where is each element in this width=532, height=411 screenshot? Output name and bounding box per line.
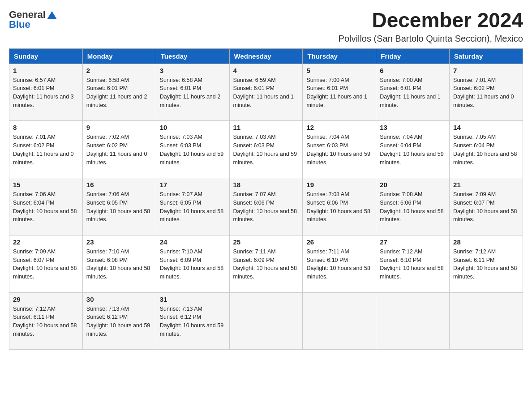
page-header: General Blue December 2024 Polvillos (Sa…: [9, 9, 523, 44]
calendar-cell: 20 Sunrise: 7:08 AM Sunset: 6:06 PM Dayl…: [376, 178, 450, 235]
location-title: Polvillos (San Bartolo Quinta Seccion), …: [339, 34, 523, 44]
calendar-week-row: 1 Sunrise: 6:57 AM Sunset: 6:01 PM Dayli…: [9, 64, 523, 121]
day-number: 23: [86, 238, 152, 246]
day-number: 21: [453, 181, 519, 188]
day-number: 4: [233, 67, 299, 74]
day-info: Sunrise: 6:57 AM Sunset: 6:01 PM Dayligh…: [13, 76, 79, 118]
day-header-saturday: Saturday: [450, 48, 523, 64]
day-info: Sunrise: 7:01 AM Sunset: 6:02 PM Dayligh…: [13, 133, 79, 175]
day-number: 5: [306, 67, 372, 74]
day-info: Sunrise: 7:04 AM Sunset: 6:03 PM Dayligh…: [306, 133, 372, 175]
day-number: 18: [233, 181, 299, 188]
day-info: Sunrise: 6:58 AM Sunset: 6:01 PM Dayligh…: [160, 76, 226, 118]
day-number: 1: [13, 67, 79, 74]
day-info: Sunrise: 7:09 AM Sunset: 6:07 PM Dayligh…: [13, 248, 79, 290]
calendar-cell: 4 Sunrise: 6:59 AM Sunset: 6:01 PM Dayli…: [229, 64, 303, 121]
day-info: Sunrise: 7:10 AM Sunset: 6:09 PM Dayligh…: [160, 248, 226, 290]
calendar-cell: 26 Sunrise: 7:11 AM Sunset: 6:10 PM Dayl…: [303, 235, 376, 292]
calendar-cell: 14 Sunrise: 7:05 AM Sunset: 6:04 PM Dayl…: [450, 121, 523, 178]
calendar-cell: 10 Sunrise: 7:03 AM Sunset: 6:03 PM Dayl…: [156, 121, 229, 178]
day-number: 25: [233, 238, 299, 246]
logo-blue-text: Blue: [9, 19, 30, 30]
day-info: Sunrise: 7:06 AM Sunset: 6:05 PM Dayligh…: [86, 190, 152, 232]
day-info: Sunrise: 7:03 AM Sunset: 6:03 PM Dayligh…: [160, 133, 226, 175]
calendar-week-row: 15 Sunrise: 7:06 AM Sunset: 6:04 PM Dayl…: [9, 178, 523, 235]
calendar-cell: 11 Sunrise: 7:03 AM Sunset: 6:03 PM Dayl…: [229, 121, 303, 178]
day-header-tuesday: Tuesday: [156, 48, 229, 64]
day-info: Sunrise: 7:06 AM Sunset: 6:04 PM Dayligh…: [13, 190, 79, 232]
day-info: Sunrise: 7:02 AM Sunset: 6:02 PM Dayligh…: [86, 133, 152, 175]
day-number: 15: [13, 181, 79, 188]
day-header-thursday: Thursday: [303, 48, 376, 64]
calendar-cell: 30 Sunrise: 7:13 AM Sunset: 6:12 PM Dayl…: [82, 292, 156, 350]
day-number: 24: [160, 238, 226, 246]
calendar-table: SundayMondayTuesdayWednesdayThursdayFrid…: [9, 48, 523, 350]
calendar-cell: 16 Sunrise: 7:06 AM Sunset: 6:05 PM Dayl…: [82, 178, 156, 235]
day-info: Sunrise: 7:10 AM Sunset: 6:08 PM Dayligh…: [86, 248, 152, 290]
day-number: 12: [306, 124, 372, 131]
day-number: 13: [380, 124, 446, 131]
logo-triangle-icon: [47, 11, 57, 19]
calendar-cell: 24 Sunrise: 7:10 AM Sunset: 6:09 PM Dayl…: [156, 235, 229, 292]
day-number: 8: [13, 124, 79, 131]
day-number: 3: [160, 67, 226, 74]
day-info: Sunrise: 7:00 AM Sunset: 6:01 PM Dayligh…: [380, 76, 446, 118]
logo: General Blue: [9, 9, 57, 30]
day-number: 2: [86, 67, 152, 74]
day-number: 29: [13, 295, 79, 303]
day-number: 31: [160, 295, 226, 303]
title-area: December 2024 Polvillos (San Bartolo Qui…: [339, 9, 523, 44]
day-number: 30: [86, 295, 152, 303]
calendar-cell: [376, 292, 450, 350]
day-number: 10: [160, 124, 226, 131]
calendar-cell: 9 Sunrise: 7:02 AM Sunset: 6:02 PM Dayli…: [82, 121, 156, 178]
calendar-cell: 28 Sunrise: 7:12 AM Sunset: 6:11 PM Dayl…: [450, 235, 523, 292]
day-number: 6: [380, 67, 446, 74]
calendar-cell: 29 Sunrise: 7:12 AM Sunset: 6:11 PM Dayl…: [9, 292, 83, 350]
calendar-cell: 25 Sunrise: 7:11 AM Sunset: 6:09 PM Dayl…: [229, 235, 303, 292]
day-number: 7: [453, 67, 519, 74]
day-number: 26: [306, 238, 372, 246]
day-info: Sunrise: 7:12 AM Sunset: 6:11 PM Dayligh…: [13, 305, 79, 347]
calendar-cell: 7 Sunrise: 7:01 AM Sunset: 6:02 PM Dayli…: [450, 64, 523, 121]
calendar-cell: 2 Sunrise: 6:58 AM Sunset: 6:01 PM Dayli…: [82, 64, 156, 121]
calendar-cell: 6 Sunrise: 7:00 AM Sunset: 6:01 PM Dayli…: [376, 64, 450, 121]
day-number: 20: [380, 181, 446, 188]
day-number: 14: [453, 124, 519, 131]
day-info: Sunrise: 7:13 AM Sunset: 6:12 PM Dayligh…: [160, 305, 226, 347]
day-info: Sunrise: 7:09 AM Sunset: 6:07 PM Dayligh…: [453, 190, 519, 232]
day-info: Sunrise: 7:05 AM Sunset: 6:04 PM Dayligh…: [453, 133, 519, 175]
day-info: Sunrise: 7:00 AM Sunset: 6:01 PM Dayligh…: [306, 76, 372, 118]
day-header-friday: Friday: [376, 48, 450, 64]
day-info: Sunrise: 7:08 AM Sunset: 6:06 PM Dayligh…: [306, 190, 372, 232]
day-number: 16: [86, 181, 152, 188]
calendar-cell: 13 Sunrise: 7:04 AM Sunset: 6:04 PM Dayl…: [376, 121, 450, 178]
day-number: 22: [13, 238, 79, 246]
calendar-cell: 21 Sunrise: 7:09 AM Sunset: 6:07 PM Dayl…: [450, 178, 523, 235]
calendar-cell: 31 Sunrise: 7:13 AM Sunset: 6:12 PM Dayl…: [156, 292, 229, 350]
calendar-cell: 12 Sunrise: 7:04 AM Sunset: 6:03 PM Dayl…: [303, 121, 376, 178]
calendar-week-row: 29 Sunrise: 7:12 AM Sunset: 6:11 PM Dayl…: [9, 292, 523, 350]
calendar-week-row: 22 Sunrise: 7:09 AM Sunset: 6:07 PM Dayl…: [9, 235, 523, 292]
day-number: 17: [160, 181, 226, 188]
calendar-cell: 3 Sunrise: 6:58 AM Sunset: 6:01 PM Dayli…: [156, 64, 229, 121]
day-info: Sunrise: 7:07 AM Sunset: 6:06 PM Dayligh…: [233, 190, 299, 232]
day-info: Sunrise: 6:58 AM Sunset: 6:01 PM Dayligh…: [86, 76, 152, 118]
day-number: 28: [453, 238, 519, 246]
day-info: Sunrise: 7:12 AM Sunset: 6:11 PM Dayligh…: [453, 248, 519, 290]
calendar-cell: [450, 292, 523, 350]
calendar-cell: 8 Sunrise: 7:01 AM Sunset: 6:02 PM Dayli…: [9, 121, 83, 178]
day-header-monday: Monday: [82, 48, 156, 64]
day-info: Sunrise: 7:11 AM Sunset: 6:09 PM Dayligh…: [233, 248, 299, 290]
day-info: Sunrise: 7:11 AM Sunset: 6:10 PM Dayligh…: [306, 248, 372, 290]
day-number: 27: [380, 238, 446, 246]
calendar-cell: 15 Sunrise: 7:06 AM Sunset: 6:04 PM Dayl…: [9, 178, 83, 235]
day-info: Sunrise: 7:04 AM Sunset: 6:04 PM Dayligh…: [380, 133, 446, 175]
svg-marker-0: [47, 11, 57, 19]
month-title: December 2024: [339, 9, 523, 32]
calendar-cell: 1 Sunrise: 6:57 AM Sunset: 6:01 PM Dayli…: [9, 64, 83, 121]
day-number: 9: [86, 124, 152, 131]
day-number: 19: [306, 181, 372, 188]
day-info: Sunrise: 7:12 AM Sunset: 6:10 PM Dayligh…: [380, 248, 446, 290]
day-header-sunday: Sunday: [9, 48, 83, 64]
